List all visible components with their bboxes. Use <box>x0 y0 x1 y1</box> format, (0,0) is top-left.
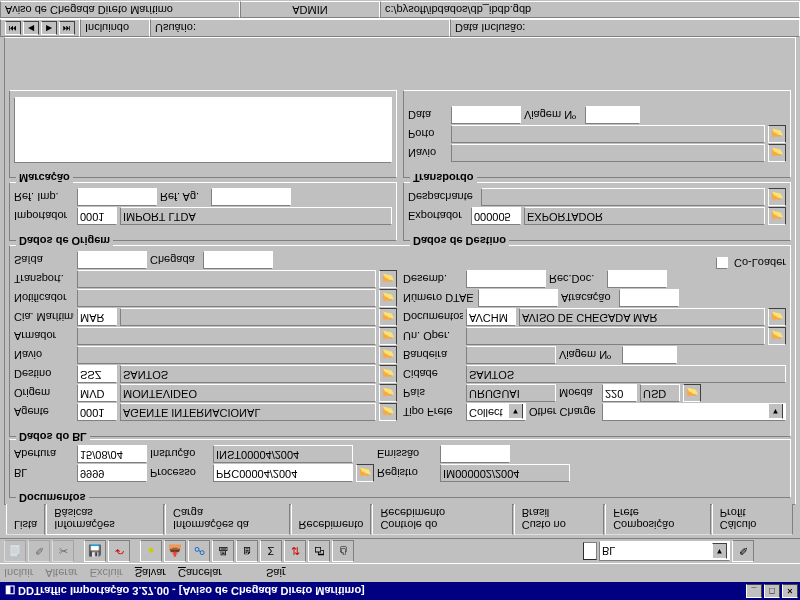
tb-porto-field <box>451 125 765 143</box>
tab-info-basicas[interactable]: Informações Básicas <box>46 504 164 535</box>
atracacao-label: Atracação <box>561 292 616 304</box>
tool-h[interactable]: ⎙ <box>332 540 354 562</box>
notificador-lookup[interactable]: 📂 <box>379 289 397 307</box>
tool-new[interactable]: 📄 <box>4 540 26 562</box>
tab-custo[interactable]: Custo no Brasil <box>514 504 604 535</box>
abertura-field[interactable]: 15/08/04 <box>77 445 147 463</box>
nav-buttons: ⏮ ◀ ▶ ⏭ <box>0 19 80 37</box>
tool-edit2[interactable]: ✎ <box>732 540 754 562</box>
tool-edit[interactable]: ✎ <box>28 540 50 562</box>
tool-c[interactable]: ☍ <box>188 540 210 562</box>
tb-viagem-field[interactable] <box>585 106 640 124</box>
docs-code[interactable]: AVCHM <box>466 308 516 326</box>
chevron-down-icon[interactable]: ▼ <box>768 403 783 419</box>
tool-g[interactable]: 🗗 <box>308 540 330 562</box>
window-title: DDTraffic Importação 3.27.00 - [Aviso de… <box>18 585 365 597</box>
othercharge-field[interactable]: ▼ <box>602 403 786 421</box>
menu-cancelar[interactable]: Cancelar <box>178 567 222 579</box>
chegada-field[interactable] <box>203 251 273 269</box>
recdoc-field[interactable] <box>607 270 667 288</box>
nav-next[interactable]: ▶ <box>41 21 57 35</box>
atracacao-field[interactable] <box>619 289 679 307</box>
numdtae-field[interactable] <box>478 289 558 307</box>
menu-bar: Incluir Alterar Excluir Salvar Cancelar … <box>0 564 800 582</box>
maximize-button[interactable]: □ <box>764 584 780 598</box>
tool-save[interactable]: 💾 <box>84 540 106 562</box>
armador-lookup[interactable]: 📂 <box>379 327 397 345</box>
tipofrete-field[interactable]: Collect▼ <box>466 403 526 421</box>
exportador-lookup[interactable]: 📂 <box>768 207 786 225</box>
tb-navio-lookup[interactable]: 📂 <box>768 144 786 162</box>
menu-excluir[interactable]: Excluir <box>90 567 123 579</box>
tab-info-carga[interactable]: Informações da Carga <box>165 504 290 535</box>
bl-field[interactable]: 9999 <box>77 464 147 482</box>
emissao-field[interactable] <box>440 445 510 463</box>
transport-lookup[interactable]: 📂 <box>379 270 397 288</box>
ciamar-lookup[interactable]: 📂 <box>379 308 397 326</box>
exportador-code[interactable]: 000005 <box>471 207 521 225</box>
tool-a[interactable]: ● <box>140 540 162 562</box>
ciamar-code[interactable]: MAR <box>77 308 117 326</box>
othercharge-label: Other Charge <box>529 406 599 418</box>
group-dados-bl-title: Dados do BL <box>16 431 90 443</box>
refimp-field[interactable] <box>77 188 157 206</box>
close-button[interactable]: × <box>782 584 798 598</box>
tab-recebimento[interactable]: Recebimento <box>291 504 372 535</box>
destino-lookup[interactable]: 📂 <box>379 365 397 383</box>
processo-field[interactable]: PRC00004/2004 <box>213 464 353 482</box>
marcacao-textarea[interactable] <box>14 97 392 163</box>
processo-lookup[interactable]: 📂 <box>356 464 374 482</box>
toolbar-combo[interactable]: ▼ <box>599 541 730 561</box>
docs-lookup[interactable]: 📂 <box>768 308 786 326</box>
unoper-label: Un. Oper. <box>403 330 463 342</box>
desemb-field[interactable] <box>466 270 546 288</box>
tool-f[interactable]: ⇵ <box>284 540 306 562</box>
agente-lookup[interactable]: 📂 <box>379 403 397 421</box>
toolbar-combo-input[interactable] <box>602 545 712 557</box>
importador-code[interactable]: 0001 <box>77 207 117 225</box>
nav-last[interactable]: ⏭ <box>59 21 75 35</box>
tool-sum[interactable]: Σ <box>260 540 282 562</box>
nav-first[interactable]: ⏮ <box>5 21 21 35</box>
chevron-down-icon[interactable]: ▼ <box>712 543 727 559</box>
moeda-lookup[interactable]: 📂 <box>683 384 701 402</box>
toolbar-combo-label <box>583 542 597 560</box>
nav-prev[interactable]: ◀ <box>23 21 39 35</box>
navio-lookup[interactable]: 📂 <box>379 346 397 364</box>
moeda-code[interactable]: 220 <box>602 384 637 402</box>
refag-field[interactable] <box>211 188 291 206</box>
tb-data-field[interactable] <box>451 106 521 124</box>
unoper-lookup[interactable]: 📂 <box>768 327 786 345</box>
chevron-down-icon[interactable]: ▼ <box>508 403 523 419</box>
tool-d[interactable]: 🖶 <box>212 540 234 562</box>
tool-delete[interactable]: ✂ <box>52 540 74 562</box>
importador-label: Importador <box>14 210 74 222</box>
moeda-field: USD <box>640 384 680 402</box>
tb-porto-lookup[interactable]: 📂 <box>768 125 786 143</box>
group-documentos: Documentos BL 9999 Processo PRC00004/200… <box>9 439 791 498</box>
tab-composicao[interactable]: Composição Frete <box>605 504 711 535</box>
menu-alterar[interactable]: Alterar <box>45 567 77 579</box>
tab-profit[interactable]: Cálculo Profit <box>712 504 793 535</box>
origem-lookup[interactable]: 📂 <box>379 384 397 402</box>
pais-label: País <box>403 387 463 399</box>
tool-e[interactable]: 🗎 <box>236 540 258 562</box>
tool-b[interactable]: 📥 <box>164 540 186 562</box>
agente-code[interactable]: 0001 <box>77 403 117 421</box>
tool-undo[interactable]: ↶ <box>108 540 130 562</box>
viagem-field[interactable] <box>622 346 677 364</box>
menu-incluir[interactable]: Incluir <box>4 567 33 579</box>
tab-lista[interactable]: Lista <box>6 504 45 535</box>
group-marcacao: Marcação <box>9 90 397 178</box>
menu-salvar[interactable]: Salvar <box>135 567 166 579</box>
coloader-checkbox[interactable] <box>716 257 728 269</box>
tab-controle[interactable]: Controle do Recebimento <box>372 504 512 535</box>
despachante-lookup[interactable]: 📂 <box>768 188 786 206</box>
saida-field[interactable] <box>77 251 147 269</box>
destino-code[interactable]: SSZ <box>77 365 117 383</box>
menu-sair[interactable]: Sair <box>266 567 286 579</box>
status-user: ADMIN <box>240 1 380 18</box>
minimize-button[interactable]: _ <box>746 584 762 598</box>
viagem-label: Viagem Nº <box>559 349 619 361</box>
origem-code[interactable]: MVD <box>77 384 117 402</box>
